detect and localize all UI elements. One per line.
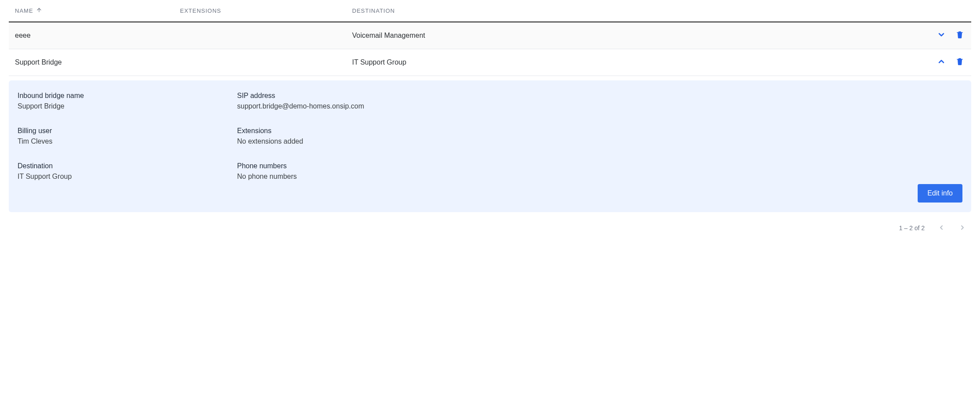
detail-value: Tim Cleves <box>18 137 237 145</box>
pagination-prev[interactable] <box>937 224 946 232</box>
detail-sip-address: SIP address support.bridge@demo-homes.on… <box>237 92 457 110</box>
trash-icon <box>955 57 964 68</box>
chevron-up-icon <box>937 57 946 68</box>
detail-label: Phone numbers <box>237 162 457 170</box>
col-header-extensions[interactable]: EXTENSIONS <box>180 7 352 14</box>
detail-value: Support Bridge <box>18 102 237 110</box>
detail-destination: Destination IT Support Group <box>18 162 237 181</box>
table-row[interactable]: Support Bridge IT Support Group <box>9 49 971 76</box>
delete-button[interactable] <box>955 30 965 41</box>
table-header: NAME EXTENSIONS DESTINATION <box>9 0 971 22</box>
chevron-down-icon <box>937 30 946 41</box>
detail-label: Billing user <box>18 127 237 135</box>
detail-billing-user: Billing user Tim Cleves <box>18 127 237 145</box>
table-row[interactable]: eeee Voicemail Management <box>9 22 971 49</box>
cell-destination: IT Support Group <box>352 58 930 66</box>
detail-label: Extensions <box>237 127 457 135</box>
detail-value: No phone numbers <box>237 173 457 181</box>
pagination-next[interactable] <box>958 224 967 232</box>
col-header-name-label: NAME <box>15 7 33 14</box>
pagination-range: 1 – 2 of 2 <box>899 224 925 232</box>
pagination: 1 – 2 of 2 <box>9 212 971 237</box>
col-header-extensions-label: EXTENSIONS <box>180 7 221 14</box>
detail-value: support.bridge@demo-homes.onsip.com <box>237 102 457 110</box>
cell-name: Support Bridge <box>15 58 180 66</box>
chevron-left-icon <box>938 224 945 232</box>
col-header-destination-label: DESTINATION <box>352 7 395 14</box>
detail-value: IT Support Group <box>18 173 237 181</box>
expand-toggle[interactable] <box>936 57 947 68</box>
chevron-right-icon <box>959 224 966 232</box>
detail-extensions: Extensions No extensions added <box>237 127 457 145</box>
detail-label: Destination <box>18 162 237 170</box>
expand-toggle[interactable] <box>936 30 947 41</box>
detail-phone-numbers: Phone numbers No phone numbers <box>237 162 457 181</box>
detail-label: SIP address <box>237 92 457 100</box>
detail-inbound-bridge-name: Inbound bridge name Support Bridge <box>18 92 237 110</box>
arrow-up-icon <box>36 7 42 14</box>
trash-icon <box>955 30 964 41</box>
cell-destination: Voicemail Management <box>352 32 930 40</box>
detail-value: No extensions added <box>237 137 457 145</box>
edit-info-button[interactable]: Edit info <box>918 184 962 203</box>
delete-button[interactable] <box>955 57 965 68</box>
details-panel: Inbound bridge name Support Bridge Billi… <box>9 80 971 212</box>
cell-name: eeee <box>15 32 180 40</box>
col-header-name[interactable]: NAME <box>15 7 180 14</box>
col-header-destination[interactable]: DESTINATION <box>352 7 930 14</box>
detail-label: Inbound bridge name <box>18 92 237 100</box>
